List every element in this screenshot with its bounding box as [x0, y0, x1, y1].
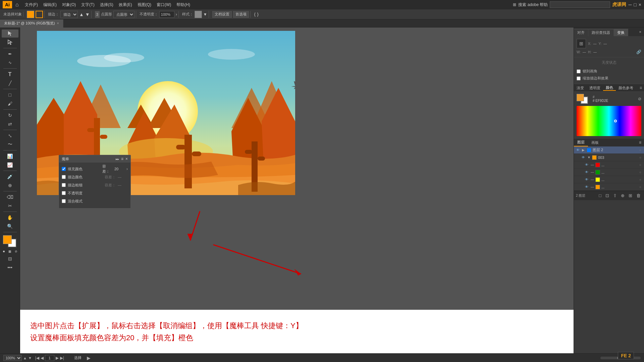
opacity-sub-tab[interactable]: 透明度: [587, 85, 603, 90]
rectangle-tool[interactable]: □: [2, 91, 18, 99]
transform-tab[interactable]: 变换: [614, 29, 628, 36]
doc-settings-btn[interactable]: 文档设置: [212, 11, 232, 18]
fill-color-checkbox[interactable]: [62, 167, 66, 171]
blend-mode-checkbox[interactable]: [62, 199, 66, 203]
tab-close-btn[interactable]: ×: [57, 21, 59, 25]
fill-stroke-control[interactable]: [3, 235, 17, 247]
delete-layer-btn[interactable]: 🗑: [635, 192, 642, 199]
preferences-btn[interactable]: 首选项: [233, 11, 249, 18]
nav-first[interactable]: |◀: [35, 356, 39, 360]
paintbrush-tool[interactable]: 🖌: [2, 100, 18, 108]
pen-tool[interactable]: ✒: [2, 50, 18, 58]
line-tool[interactable]: ╱: [2, 79, 18, 87]
menu-file[interactable]: 文件(F): [23, 1, 40, 8]
layer-item-5[interactable]: 👁 — ... ○: [574, 176, 644, 183]
nav-last[interactable]: ▶|: [60, 356, 64, 360]
style-dropdown-arrow[interactable]: ▼: [203, 12, 207, 17]
new-layer-btn[interactable]: □: [597, 192, 603, 199]
menu-help[interactable]: 帮助(H): [174, 1, 192, 8]
layer-expand-2[interactable]: ▼: [587, 156, 591, 159]
nav-next[interactable]: ▶: [56, 356, 59, 360]
panel-close-btn[interactable]: ×: [125, 157, 128, 161]
menu-select[interactable]: 选择(S): [98, 1, 115, 8]
transform-icon-1[interactable]: ⊞: [577, 39, 586, 48]
menu-view[interactable]: 视图(Q): [136, 1, 153, 8]
layer-item-6[interactable]: 👁 — ... ○: [574, 183, 644, 191]
fill-color-swatch[interactable]: [27, 11, 34, 18]
opacity-checkbox[interactable]: [62, 191, 66, 195]
page-input[interactable]: [45, 355, 54, 361]
layer-expand-3[interactable]: —: [591, 163, 594, 167]
layer-eye-5[interactable]: 👁: [584, 177, 589, 182]
layer-eye-3[interactable]: 👁: [584, 162, 589, 168]
layer-eye-2[interactable]: 👁: [581, 155, 586, 160]
home-icon[interactable]: ⌂: [15, 2, 19, 8]
layer-eye-6[interactable]: 👁: [584, 184, 589, 190]
scale-tool[interactable]: ⤡: [2, 132, 18, 140]
layer-expand-4[interactable]: —: [591, 170, 594, 174]
search-input[interactable]: [550, 1, 610, 8]
hand-tool[interactable]: ✋: [2, 214, 18, 222]
layers-tab[interactable]: 图层: [574, 138, 588, 146]
rotate-tool[interactable]: ↻: [2, 111, 18, 119]
pathfinder-tab[interactable]: 路径查找器: [588, 29, 614, 36]
opacity-input[interactable]: [159, 11, 174, 18]
layer-expand-6[interactable]: —: [591, 185, 594, 189]
layer-lock-6[interactable]: ○: [638, 185, 643, 189]
eraser-tool[interactable]: ⌫: [2, 193, 18, 201]
brush-up-arrow[interactable]: ▲: [79, 12, 84, 17]
color-ref-tab[interactable]: 颜色参考: [616, 85, 636, 90]
fill-color-box[interactable]: [3, 235, 12, 244]
nav-prev[interactable]: ◀: [41, 356, 44, 360]
menu-type[interactable]: 文字(T): [79, 1, 96, 8]
zoom-up-btn[interactable]: ▲: [23, 356, 27, 360]
layers-menu[interactable]: ≡: [636, 138, 644, 146]
collect-new-btn[interactable]: ⊕: [620, 192, 626, 199]
opacity-arrow[interactable]: ›: [176, 12, 177, 17]
play-btn[interactable]: ▶: [87, 355, 91, 361]
color-fill-box[interactable]: [577, 94, 584, 101]
warp-tool[interactable]: 〜: [2, 140, 18, 148]
extra-icon-1[interactable]: ⟨: [254, 12, 256, 17]
none-icon[interactable]: ⊘: [13, 249, 19, 254]
layer-expand-1[interactable]: ▶: [582, 148, 585, 152]
stroke-weight-checkbox[interactable]: [62, 183, 66, 187]
menu-effect[interactable]: 效果(E): [117, 1, 134, 8]
color-panel-menu[interactable]: ≡: [638, 85, 644, 90]
window-minimize[interactable]: ─: [628, 2, 632, 7]
graph-tool[interactable]: 📊: [2, 152, 18, 160]
gradient-icon[interactable]: ▦: [7, 249, 13, 254]
layer-lock-1[interactable]: ○: [638, 148, 643, 153]
eyedropper-tool[interactable]: 💉: [2, 173, 18, 181]
move-selection-btn[interactable]: ⇧: [612, 192, 618, 199]
extra-icon-2[interactable]: ⟩: [257, 12, 259, 17]
right-panel-close[interactable]: ×: [637, 27, 644, 36]
shape-dropdown[interactable]: 点圆形: [113, 11, 135, 18]
type-tool[interactable]: T: [2, 70, 18, 78]
align-tab[interactable]: 对齐: [574, 29, 588, 36]
zoom-select[interactable]: 100%: [3, 355, 22, 361]
artboards-tool[interactable]: ⊟: [2, 255, 18, 263]
stroke-color-checkbox[interactable]: [62, 175, 66, 179]
blend-mode-dropdown[interactable]: 描边: [60, 11, 78, 18]
fill-tolerance-expand[interactable]: ›: [126, 167, 128, 171]
layer-expand-5[interactable]: —: [591, 178, 594, 181]
layer-item-4[interactable]: 👁 — ... ○: [574, 169, 644, 176]
layer-item-3[interactable]: 👁 — ... ○: [574, 161, 644, 169]
window-close[interactable]: ×: [639, 2, 641, 7]
layer-item-2[interactable]: 👁 ▼ 003 ○: [574, 154, 644, 161]
layer-eye-4[interactable]: 👁: [584, 170, 589, 175]
panel-menu-btn[interactable]: ≡: [121, 157, 123, 161]
fade-tab[interactable]: 淡变: [574, 85, 587, 90]
make-clipping-btn[interactable]: ⊡: [604, 192, 610, 199]
select-tool[interactable]: [2, 29, 18, 38]
direct-select-tool[interactable]: [2, 38, 18, 46]
brush-down-arrow[interactable]: ▼: [85, 12, 90, 17]
scissors-tool[interactable]: ✂: [2, 202, 18, 210]
menu-object[interactable]: 对象(O): [60, 1, 78, 8]
merge-layers-btn[interactable]: ⊞: [627, 192, 634, 199]
color-icon[interactable]: ■: [1, 249, 7, 254]
layer-lock-3[interactable]: ○: [638, 163, 643, 167]
blend-tool[interactable]: ⊕: [2, 181, 18, 189]
layer-lock-2[interactable]: ○: [638, 155, 643, 160]
